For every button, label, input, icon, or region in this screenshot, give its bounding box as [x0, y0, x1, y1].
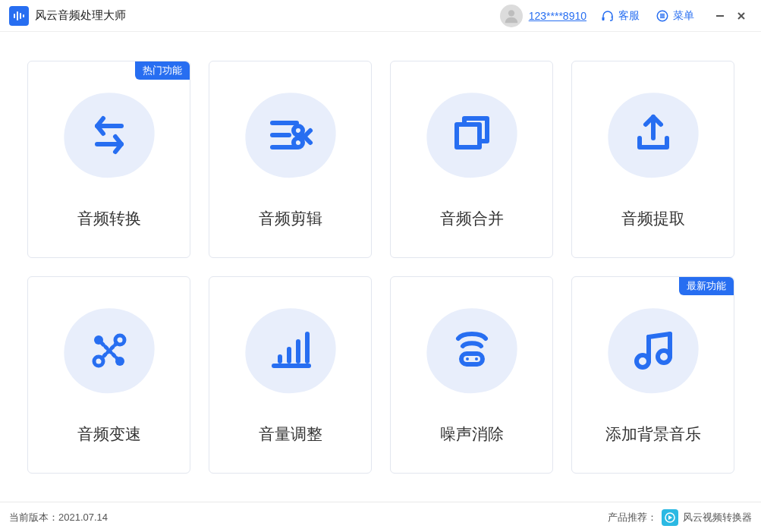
- cut-icon: [263, 108, 318, 162]
- volume-icon: [263, 323, 318, 378]
- card-volume-adjust[interactable]: 音量调整: [209, 276, 372, 474]
- convert-icon: [82, 108, 137, 162]
- card-label: 音频剪辑: [259, 208, 322, 229]
- svg-rect-2: [20, 13, 21, 19]
- svg-rect-1: [17, 11, 18, 20]
- card-audio-cut[interactable]: 音频剪辑: [209, 61, 372, 258]
- user-icon: [503, 8, 520, 24]
- card-icon: [608, 305, 699, 396]
- app-logo: [9, 6, 29, 26]
- svg-point-4: [508, 10, 514, 16]
- merge-icon: [445, 108, 499, 162]
- noise-icon: [445, 323, 499, 378]
- card-audio-speed[interactable]: 音频变速: [27, 276, 190, 474]
- card-icon: [64, 305, 155, 396]
- product-icon[interactable]: [662, 509, 678, 526]
- support-label: 客服: [618, 9, 640, 23]
- close-icon: [736, 11, 747, 21]
- card-icon: [64, 90, 155, 181]
- card-audio-merge[interactable]: 音频合并: [390, 61, 553, 258]
- headset-icon: [600, 8, 615, 24]
- svg-rect-5: [602, 17, 605, 20]
- card-label: 添加背景音乐: [605, 423, 701, 445]
- svg-rect-3: [23, 14, 24, 17]
- card-audio-extract[interactable]: 音频提取: [571, 61, 734, 258]
- feature-grid: 热门功能 音频转换: [27, 61, 734, 474]
- card-label: 音频提取: [621, 208, 685, 229]
- card-label: 音频转换: [77, 208, 141, 229]
- speed-icon: [82, 323, 137, 378]
- list-icon: [655, 8, 670, 24]
- card-icon: [426, 90, 517, 181]
- extract-icon: [626, 108, 681, 162]
- close-button[interactable]: [731, 5, 752, 27]
- svg-rect-0: [14, 14, 15, 18]
- card-icon: [426, 305, 517, 396]
- card-add-bgm[interactable]: 最新功能 添加背景音乐: [571, 276, 734, 474]
- app-title: 风云音频处理大师: [35, 8, 126, 23]
- badge-new: 最新功能: [679, 277, 734, 295]
- minimize-button[interactable]: [709, 5, 731, 27]
- card-icon: [245, 90, 336, 181]
- card-icon: [608, 90, 699, 181]
- card-label: 音频合并: [440, 208, 504, 229]
- card-icon: [245, 305, 336, 396]
- svg-line-38: [649, 334, 670, 337]
- card-label: 音频变速: [77, 423, 141, 445]
- version-value: 2021.07.14: [58, 512, 108, 523]
- footer: 当前版本： 2021.07.14 产品推荐： 风云视频转换器: [0, 502, 761, 532]
- card-noise-remove[interactable]: 噪声消除: [390, 276, 553, 474]
- badge-hot: 热门功能: [135, 61, 190, 80]
- avatar[interactable]: [500, 5, 523, 27]
- titlebar: 风云音频处理大师 123****8910 客服 菜单: [0, 0, 761, 32]
- product-name[interactable]: 风云视频转换器: [683, 511, 752, 524]
- minimize-icon: [715, 11, 725, 21]
- card-label: 噪声消除: [440, 423, 504, 445]
- audio-bars-icon: [13, 10, 25, 22]
- menu-label: 菜单: [673, 9, 694, 23]
- card-audio-convert[interactable]: 热门功能 音频转换: [27, 61, 190, 258]
- video-converter-icon: [665, 512, 675, 523]
- version-label: 当前版本：: [9, 511, 58, 524]
- music-icon: [626, 323, 681, 378]
- card-label: 音量调整: [259, 423, 322, 445]
- svg-point-32: [466, 357, 469, 360]
- svg-rect-20: [457, 124, 480, 147]
- menu-button[interactable]: 菜单: [655, 8, 694, 24]
- main-content: 热门功能 音频转换: [0, 32, 761, 474]
- svg-point-33: [475, 357, 478, 360]
- recommend-label: 产品推荐：: [608, 511, 657, 524]
- user-id-link[interactable]: 123****8910: [529, 10, 586, 22]
- support-button[interactable]: 客服: [600, 8, 640, 24]
- svg-rect-31: [461, 354, 483, 364]
